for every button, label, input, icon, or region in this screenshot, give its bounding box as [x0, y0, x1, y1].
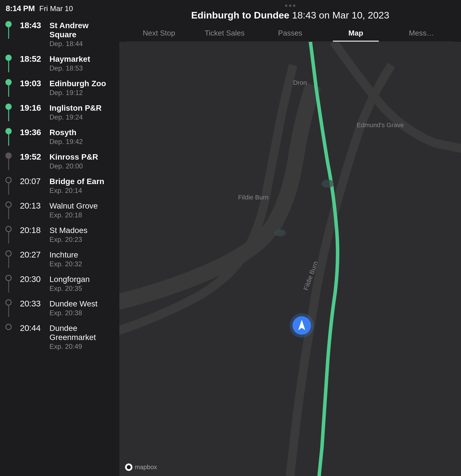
header-title: Edinburgh to Dundee 18:43 on Mar 10, 202…: [126, 10, 454, 21]
list-item[interactable]: 20:27InchtureExp. 20:32: [0, 248, 119, 273]
list-item[interactable]: 20:30LongforganExp. 20:35: [0, 273, 119, 297]
list-item[interactable]: 19:36RosythDep. 19:42: [0, 126, 119, 150]
stop-time: 20:13: [20, 201, 45, 211]
stop-departure: Exp. 20:14: [20, 187, 114, 195]
stop-departure: Dep. 18:44: [20, 40, 114, 48]
list-item[interactable]: 19:03Edinburgh ZooDep. 19:12: [0, 77, 119, 101]
timeline-dot: [5, 299, 12, 306]
left-panel: 8:14 PM Fri Mar 10 18:43St Andrew Square…: [0, 0, 119, 476]
tab-bar: Next StopTicket SalesPassesMapMess…: [126, 25, 454, 42]
stop-name: St Andrew Square: [49, 21, 114, 39]
status-time: 8:14 PM: [6, 4, 35, 13]
stop-name: Dundee West: [49, 299, 97, 308]
stop-departure: Exp. 20:38: [20, 309, 114, 317]
stop-departure: Exp. 20:32: [20, 260, 114, 268]
header-dots: [126, 5, 454, 7]
stop-name: Longforgan: [49, 275, 90, 284]
mapbox-logo: [125, 463, 132, 471]
stop-name: Dundee Greenmarket: [49, 324, 114, 342]
route-schedule: 18:43 on Mar 10, 2023: [292, 10, 389, 20]
map-view[interactable]: Dron Edmund's Grave Fildie Burn Fildie B…: [119, 42, 461, 476]
timeline-line: [8, 110, 9, 121]
stop-content: 20:27InchtureExp. 20:32: [17, 248, 114, 273]
stop-time: 19:36: [20, 127, 45, 137]
stop-content: 20:30LongforganExp. 20:35: [17, 273, 114, 297]
route-name: Edinburgh to Dundee: [191, 10, 289, 20]
stop-name: Ingliston P&R: [49, 104, 102, 113]
mapbox-attribution: mapbox: [125, 463, 157, 471]
stop-time: 19:52: [20, 152, 45, 162]
stop-departure: Dep. 19:12: [20, 89, 114, 97]
stop-name: Bridge of Earn: [49, 177, 104, 186]
stop-time: 20:07: [20, 176, 45, 186]
mapbox-label: mapbox: [135, 463, 157, 471]
stop-departure: Dep. 19:24: [20, 113, 114, 121]
tab-map[interactable]: Map: [323, 25, 389, 42]
timeline-line: [8, 27, 9, 39]
svg-point-1: [321, 180, 334, 187]
timeline-line: [8, 257, 9, 268]
timeline-line: [8, 159, 9, 170]
dot-1: [285, 5, 287, 7]
dot-2: [289, 5, 291, 7]
stop-time: 20:18: [20, 225, 45, 235]
stop-name: St Madoes: [49, 226, 88, 235]
timeline-line: [8, 85, 9, 97]
list-item[interactable]: 20:18St MadoesExp. 20:23: [0, 224, 119, 248]
stop-departure: Dep. 20:00: [20, 162, 114, 170]
stops-list: 18:43St Andrew SquareDep. 18:4418:52Haym…: [0, 16, 119, 476]
stop-time: 20:30: [20, 274, 45, 284]
timeline-line: [8, 232, 9, 244]
map-label-fildie1: Fildie Burn: [238, 194, 269, 201]
timeline-dot: [5, 128, 12, 134]
timeline-line: [8, 183, 9, 195]
timeline-line: [8, 306, 9, 317]
stop-name: Walnut Grove: [49, 201, 98, 211]
stop-time: 19:03: [20, 79, 45, 88]
timeline-dot: [5, 226, 12, 232]
stop-name: Edinburgh Zoo: [49, 79, 106, 88]
stop-departure: Dep. 19:42: [20, 138, 114, 146]
list-item[interactable]: 20:33Dundee WestExp. 20:38: [0, 297, 119, 322]
stop-content: 19:16Ingliston P&RDep. 19:24: [17, 101, 114, 126]
stop-departure: Exp. 20:35: [20, 285, 114, 292]
stop-content: 18:43St Andrew SquareDep. 18:44: [17, 19, 114, 52]
tab-messages[interactable]: Mess…: [389, 25, 454, 42]
stop-content: 18:52HaymarketDep. 18:53: [17, 52, 114, 77]
timeline-dot: [5, 324, 12, 330]
app-header: Edinburgh to Dundee 18:43 on Mar 10, 202…: [119, 0, 461, 42]
list-item[interactable]: 20:07Bridge of EarnExp. 20:14: [0, 175, 119, 199]
map-svg: Dron Edmund's Grave Fildie Burn Fildie B…: [119, 42, 461, 476]
timeline-line: [8, 208, 9, 219]
svg-point-2: [274, 229, 286, 236]
tab-next-stop[interactable]: Next Stop: [126, 25, 192, 42]
stop-time: 20:27: [20, 250, 45, 259]
stop-time: 18:52: [20, 54, 45, 64]
stop-time: 20:44: [20, 323, 45, 333]
timeline-dot: [5, 21, 12, 27]
stop-content: 19:52Kinross P&RDep. 20:00: [17, 150, 114, 175]
timeline-line: [8, 61, 9, 72]
map-label-edmunds: Edmund's Grave: [357, 121, 404, 129]
tab-passes[interactable]: Passes: [258, 25, 323, 42]
stop-content: 20:44Dundee GreenmarketExp. 20:49: [17, 322, 114, 355]
list-item[interactable]: 20:44Dundee GreenmarketExp. 20:49: [0, 322, 119, 355]
stop-content: 20:33Dundee WestExp. 20:38: [17, 297, 114, 322]
timeline-line: [8, 134, 9, 146]
timeline-dot: [5, 79, 12, 85]
list-item[interactable]: 18:52HaymarketDep. 18:53: [0, 52, 119, 77]
list-item[interactable]: 18:43St Andrew SquareDep. 18:44: [0, 19, 119, 52]
timeline-dot: [5, 201, 12, 208]
stop-name: Rosyth: [49, 128, 76, 137]
stop-content: 20:13Walnut GroveExp. 20:18: [17, 199, 114, 224]
stop-time: 18:43: [20, 20, 45, 30]
right-panel: Edinburgh to Dundee 18:43 on Mar 10, 202…: [119, 0, 461, 476]
list-item[interactable]: 20:13Walnut GroveExp. 20:18: [0, 199, 119, 224]
list-item[interactable]: 19:52Kinross P&RDep. 20:00: [0, 150, 119, 175]
status-bar: 8:14 PM Fri Mar 10: [0, 0, 119, 16]
timeline-dot: [5, 250, 12, 257]
list-item[interactable]: 19:16Ingliston P&RDep. 19:24: [0, 101, 119, 126]
stop-time: 20:33: [20, 299, 45, 308]
tab-ticket-sales[interactable]: Ticket Sales: [192, 25, 258, 42]
timeline-dot: [5, 104, 12, 110]
